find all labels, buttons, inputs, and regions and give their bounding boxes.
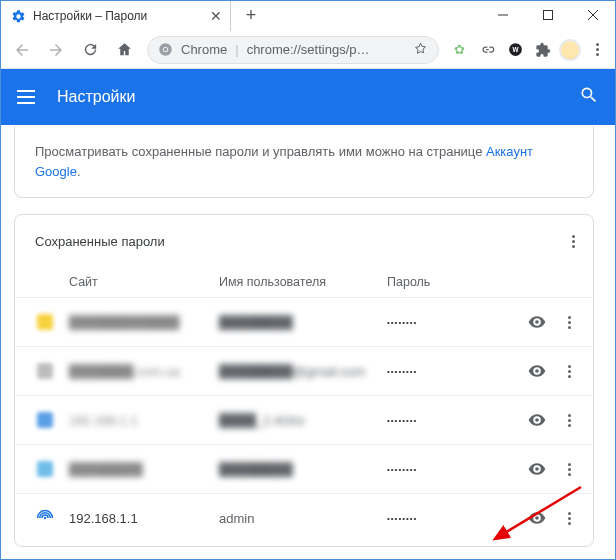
site-cell[interactable]: ████████████ <box>69 315 219 330</box>
show-password-button[interactable] <box>521 355 553 387</box>
tab-title: Настройки – Пароли <box>33 9 203 23</box>
show-password-button[interactable] <box>521 502 553 534</box>
user-cell: ████_2.4Ghz <box>219 413 387 428</box>
table-row: 192.168.1.1admin•••••••• <box>15 493 593 542</box>
col-user: Имя пользователя <box>219 275 387 289</box>
password-cell: •••••••• <box>387 465 521 474</box>
content-scroll[interactable]: Просматривать сохраненные пароли и управ… <box>2 126 614 558</box>
svg-point-12 <box>535 467 539 471</box>
svg-point-6 <box>164 48 168 52</box>
extensions-icon[interactable] <box>531 38 555 62</box>
site-favicon <box>37 461 53 477</box>
extension-button-1[interactable]: ✿ <box>447 38 471 62</box>
notice-card: Просматривать сохраненные пароли и управ… <box>14 126 594 198</box>
profile-avatar[interactable] <box>559 39 581 61</box>
table-row: ███████.com.ua████████@gmail.com•••••••• <box>15 346 593 395</box>
site-cell[interactable]: ████████ <box>69 462 219 477</box>
site-favicon <box>37 314 53 330</box>
site-cell[interactable]: 192.168.1.1 <box>69 413 219 428</box>
site-favicon <box>37 363 53 379</box>
titlebar: Настройки – Пароли ✕ + <box>1 1 615 31</box>
gear-icon <box>11 9 26 24</box>
maximize-button[interactable] <box>525 1 570 29</box>
chrome-icon <box>158 42 173 57</box>
table-header: Сайт Имя пользователя Пароль <box>15 267 593 297</box>
password-cell: •••••••• <box>387 416 521 425</box>
address-path: chrome://settings/p… <box>247 42 370 57</box>
saved-menu-button[interactable] <box>561 229 585 253</box>
reload-button[interactable] <box>75 35 105 65</box>
saved-passwords-card: Сохраненные пароли Сайт Имя пользователя… <box>14 214 594 547</box>
svg-rect-1 <box>543 11 552 20</box>
minimize-button[interactable] <box>480 1 525 29</box>
row-menu-button[interactable] <box>553 453 585 485</box>
svg-text:W: W <box>512 46 518 53</box>
browser-tab[interactable]: Настройки – Пароли ✕ <box>1 1 231 31</box>
browser-menu-button[interactable] <box>585 38 609 62</box>
notice-text: Просматривать сохраненные пароли и управ… <box>35 144 486 159</box>
site-favicon <box>35 508 55 528</box>
show-password-button[interactable] <box>521 404 553 436</box>
search-button[interactable] <box>579 85 599 109</box>
col-site: Сайт <box>69 275 219 289</box>
show-password-button[interactable] <box>521 453 553 485</box>
svg-point-9 <box>535 320 539 324</box>
address-bar[interactable]: Chrome | chrome://settings/p… <box>147 36 439 64</box>
site-favicon <box>37 412 53 428</box>
page-title: Настройки <box>57 88 135 106</box>
extension-button-2[interactable] <box>475 38 499 62</box>
close-window-button[interactable] <box>570 1 615 29</box>
address-prefix: Chrome <box>181 42 227 57</box>
back-button[interactable] <box>7 35 37 65</box>
home-button[interactable] <box>109 35 139 65</box>
svg-point-10 <box>535 369 539 373</box>
show-password-button[interactable] <box>521 306 553 338</box>
notice-suffix: . <box>77 164 81 179</box>
row-menu-button[interactable] <box>553 404 585 436</box>
table-row: ████████████████•••••••• <box>15 444 593 493</box>
saved-heading: Сохраненные пароли <box>35 234 165 249</box>
toolbar: Chrome | chrome://settings/p… ✿ W <box>1 31 615 69</box>
password-cell: •••••••• <box>387 367 521 376</box>
password-cell: •••••••• <box>387 514 521 523</box>
user-cell: ████████@gmail.com <box>219 364 387 379</box>
svg-point-14 <box>535 516 539 520</box>
site-cell[interactable]: 192.168.1.1 <box>69 511 219 526</box>
forward-button[interactable] <box>41 35 71 65</box>
table-row: 192.168.1.1████_2.4Ghz•••••••• <box>15 395 593 444</box>
col-pass: Пароль <box>387 275 585 289</box>
row-menu-button[interactable] <box>553 306 585 338</box>
table-row: ████████████████████•••••••• <box>15 297 593 346</box>
user-cell: admin <box>219 511 387 526</box>
close-tab-button[interactable]: ✕ <box>210 8 222 24</box>
bookmark-icon[interactable] <box>413 41 428 59</box>
window-controls <box>480 1 615 29</box>
row-menu-button[interactable] <box>553 502 585 534</box>
row-menu-button[interactable] <box>553 355 585 387</box>
password-cell: •••••••• <box>387 318 521 327</box>
extension-button-3[interactable]: W <box>503 38 527 62</box>
settings-header: Настройки <box>1 69 615 125</box>
user-cell: ████████ <box>219 462 387 477</box>
user-cell: ████████ <box>219 315 387 330</box>
svg-point-13 <box>44 517 46 519</box>
svg-point-11 <box>535 418 539 422</box>
new-tab-button[interactable]: + <box>237 1 265 29</box>
menu-button[interactable] <box>17 85 41 109</box>
site-cell[interactable]: ███████.com.ua <box>69 364 219 379</box>
